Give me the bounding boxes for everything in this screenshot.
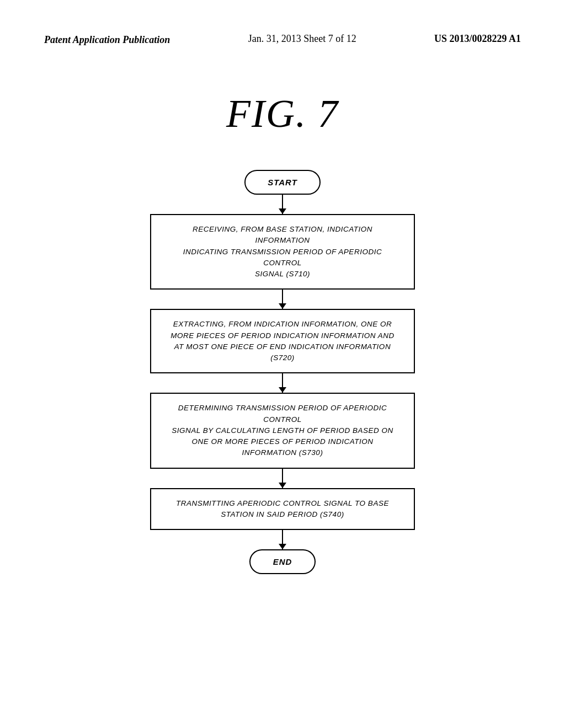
end-terminal: END	[249, 549, 316, 574]
publication-date-sheet: Jan. 31, 2013 Sheet 7 of 12	[248, 33, 356, 44]
arrow-5	[282, 530, 283, 549]
arrow-4	[282, 469, 283, 488]
header-right: US 2013/0028229 A1	[434, 33, 521, 45]
start-terminal: START	[244, 170, 321, 195]
arrow-3	[282, 373, 283, 393]
end-label: END	[273, 557, 292, 566]
flowchart: START RECEIVING, FROM BASE STATION, INDI…	[44, 170, 521, 574]
step-s720-text: EXTRACTING, FROM INDICATION INFORMATION,…	[170, 320, 394, 362]
step-s730-text: DETERMINING TRANSMISSION PERIOD OF APERI…	[172, 404, 393, 457]
process-s710: RECEIVING, FROM BASE STATION, INDICATION…	[150, 214, 415, 290]
arrow-1	[282, 195, 283, 214]
process-s720: EXTRACTING, FROM INDICATION INFORMATION,…	[150, 309, 415, 373]
header: Patent Application Publication Jan. 31, …	[44, 33, 521, 47]
figure-title: FIG. 7	[44, 91, 521, 137]
header-center: Jan. 31, 2013 Sheet 7 of 12	[248, 33, 356, 45]
publication-title: Patent Application Publication	[44, 34, 170, 45]
header-left: Patent Application Publication	[44, 33, 170, 47]
step-s740-text: TRANSMITTING APERIODIC CONTROL SIGNAL TO…	[176, 499, 389, 518]
publication-number: US 2013/0028229 A1	[434, 33, 521, 44]
page: Patent Application Publication Jan. 31, …	[0, 0, 565, 728]
step-s710-text: RECEIVING, FROM BASE STATION, INDICATION…	[183, 225, 382, 278]
process-s730: DETERMINING TRANSMISSION PERIOD OF APERI…	[150, 393, 415, 468]
start-label: START	[268, 178, 297, 187]
figure-label: FIG. 7	[226, 92, 339, 136]
process-s740: TRANSMITTING APERIODIC CONTROL SIGNAL TO…	[150, 488, 415, 531]
arrow-2	[282, 290, 283, 309]
